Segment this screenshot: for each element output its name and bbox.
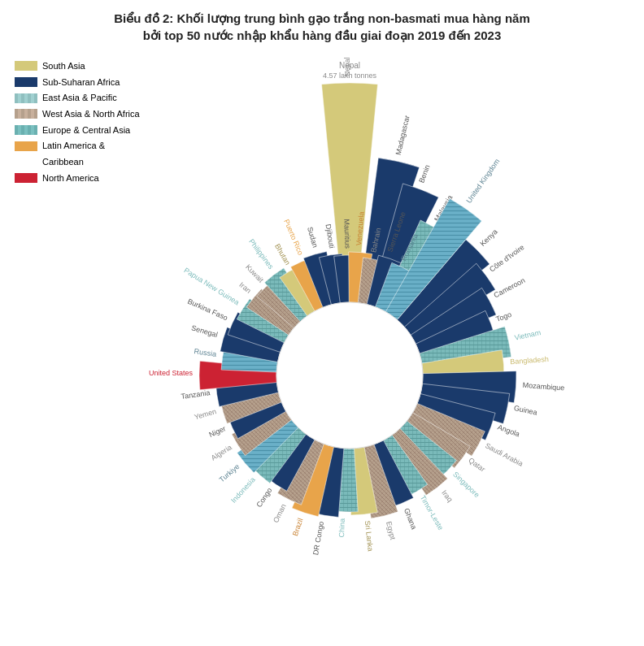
svg-text:Russia: Russia: [194, 347, 217, 358]
svg-text:Nepal: Nepal: [339, 61, 360, 70]
svg-text:Côte d'Ivoire: Côte d'Ivoire: [488, 243, 526, 274]
svg-text:Tanzania: Tanzania: [181, 388, 211, 401]
svg-text:Sudan: Sudan: [306, 226, 320, 249]
svg-text:Sri Lanka: Sri Lanka: [363, 520, 375, 552]
svg-point-68: [276, 302, 423, 449]
title-line1: Biểu đồ 2: Khối lượng trung bình gạo trắ…: [114, 11, 529, 25]
svg-text:DR Congo: DR Congo: [311, 521, 325, 556]
svg-text:Kenya: Kenya: [478, 228, 498, 248]
svg-text:Mozambique: Mozambique: [522, 381, 564, 392]
svg-text:Burkina Faso: Burkina Faso: [186, 297, 229, 323]
radial-bar-chart: NepalMadagascarBeninMalaysiaUAEKenyaCôte…: [0, 50, 644, 635]
title: Biểu đồ 2: Khối lượng trung bình gạo trắ…: [0, 0, 644, 50]
svg-text:United Kingdom: United Kingdom: [464, 158, 501, 205]
title-line2: bởi top 50 nước nhập khẩu hàng đầu giai …: [143, 28, 502, 42]
svg-text:Congo: Congo: [255, 486, 273, 509]
svg-text:Iran: Iran: [237, 280, 252, 295]
svg-text:Timor-Leste: Timor-Leste: [419, 494, 446, 531]
svg-text:Guinea: Guinea: [513, 404, 537, 417]
svg-text:Iraq: Iraq: [440, 488, 454, 503]
svg-text:Ghana: Ghana: [402, 507, 418, 531]
svg-text:Yemen: Yemen: [194, 407, 217, 421]
svg-text:Senegal: Senegal: [190, 323, 219, 339]
svg-text:Vietnam: Vietnam: [514, 328, 542, 342]
svg-text:Kuwait: Kuwait: [244, 262, 265, 284]
svg-text:Mauritius: Mauritius: [342, 219, 351, 249]
svg-text:Bhutan: Bhutan: [273, 242, 292, 267]
svg-text:Bangladesh: Bangladesh: [510, 355, 549, 366]
svg-text:Benin: Benin: [417, 163, 432, 184]
svg-text:Djibouti: Djibouti: [324, 223, 337, 249]
svg-text:Qatar: Qatar: [467, 456, 486, 473]
svg-text:Brazil: Brazil: [291, 517, 304, 537]
svg-text:Madagascar: Madagascar: [394, 115, 411, 156]
svg-text:Turkiye: Turkiye: [218, 462, 242, 483]
svg-text:Cameroon: Cameroon: [492, 276, 526, 300]
svg-text:Angola: Angola: [497, 423, 521, 438]
svg-text:Egypt: Egypt: [385, 521, 397, 541]
svg-text:Algeria: Algeria: [210, 443, 233, 462]
svg-text:Singapore: Singapore: [451, 470, 481, 500]
chart-area: South Asia Sub-Suharan Africa East Asia …: [0, 50, 644, 635]
svg-text:4.57 lakh tonnes: 4.57 lakh tonnes: [323, 72, 377, 80]
svg-text:Saudi Arabia: Saudi Arabia: [484, 441, 524, 468]
svg-text:China: China: [337, 518, 346, 538]
svg-text:United States: United States: [149, 369, 194, 377]
svg-text:Indonesia: Indonesia: [229, 475, 257, 505]
svg-text:Oman: Oman: [272, 502, 288, 523]
svg-text:Togo: Togo: [495, 310, 513, 323]
svg-text:Niger: Niger: [207, 424, 227, 439]
